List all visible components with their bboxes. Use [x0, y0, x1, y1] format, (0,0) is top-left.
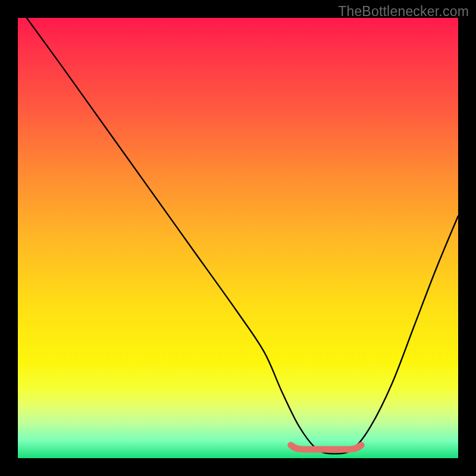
flat-region-marker	[291, 445, 361, 449]
watermark-text: TheBottlenecker.com	[338, 4, 469, 20]
bottleneck-curve	[27, 18, 458, 454]
chart-frame: TheBottlenecker.com	[0, 0, 476, 476]
chart-plot-area	[18, 18, 458, 458]
chart-overlay	[18, 18, 458, 458]
